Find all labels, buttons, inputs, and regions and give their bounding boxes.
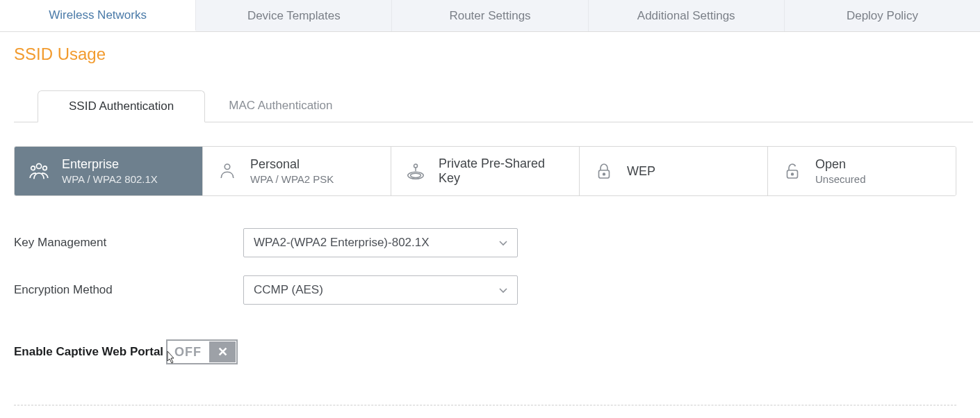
auth-card-sub: WPA / WPA2 802.1X xyxy=(62,173,158,185)
auth-card-wep[interactable]: WEP xyxy=(580,147,768,195)
svg-point-10 xyxy=(792,173,794,175)
tab-router-settings[interactable]: Router Settings xyxy=(392,0,588,31)
auth-settings-form: Key Management WPA2-(WPA2 Enterprise)-80… xyxy=(14,196,956,405)
auth-method-row: Enterprise WPA / WPA2 802.1X Personal WP… xyxy=(14,146,956,196)
people-icon xyxy=(27,159,51,183)
person-icon xyxy=(215,159,239,183)
auth-card-title: WEP xyxy=(627,164,655,179)
key-management-select[interactable]: WPA2-(WPA2 Enterprise)-802.1X xyxy=(243,228,518,257)
key-management-label: Key Management xyxy=(14,236,243,250)
toggle-knob: ✕ xyxy=(209,341,236,362)
unlock-icon xyxy=(781,159,804,183)
auth-card-title: Open xyxy=(815,157,866,172)
auth-card-ppsk[interactable]: Private Pre-Shared Key xyxy=(391,147,580,195)
tab-label: Additional Settings xyxy=(637,9,735,23)
captive-portal-toggle[interactable]: OFF ✕ xyxy=(166,339,238,364)
tab-label: Device Templates xyxy=(247,9,341,23)
svg-point-2 xyxy=(43,166,47,170)
tab-device-templates[interactable]: Device Templates xyxy=(196,0,392,31)
svg-point-5 xyxy=(411,173,421,177)
auth-card-personal[interactable]: Personal WPA / WPA2 PSK xyxy=(203,147,391,195)
top-nav: Wireless Networks Device Templates Route… xyxy=(0,0,980,32)
subtab-ssid-authentication[interactable]: SSID Authentication xyxy=(38,90,205,122)
auth-card-sub: WPA / WPA2 PSK xyxy=(250,173,334,185)
auth-card-title: Private Pre-Shared Key xyxy=(439,156,566,186)
svg-point-8 xyxy=(603,173,605,175)
section-title: SSID Usage xyxy=(14,45,980,64)
sub-tabs: SSID Authentication MAC Authentication xyxy=(14,90,973,122)
tab-additional-settings[interactable]: Additional Settings xyxy=(589,0,785,31)
svg-point-3 xyxy=(224,164,230,170)
auth-card-sub: Unsecured xyxy=(815,173,866,185)
captive-portal-label: Enable Captive Web Portal xyxy=(14,345,163,359)
select-value: WPA2-(WPA2 Enterprise)-802.1X xyxy=(254,236,430,250)
tab-label: Wireless Networks xyxy=(49,8,147,22)
subtab-label: SSID Authentication xyxy=(69,99,174,113)
auth-card-enterprise[interactable]: Enterprise WPA / WPA2 802.1X xyxy=(15,147,203,195)
subtab-label: MAC Authentication xyxy=(229,99,332,112)
chevron-down-icon xyxy=(499,283,507,297)
encryption-method-label: Encryption Method xyxy=(14,283,243,297)
auth-card-title: Enterprise xyxy=(62,157,158,172)
tab-label: Deploy Policy xyxy=(847,9,918,23)
subtab-mac-authentication[interactable]: MAC Authentication xyxy=(205,90,356,122)
select-value: CCMP (AES) xyxy=(254,283,323,297)
toggle-state-text: OFF xyxy=(168,345,209,360)
svg-point-0 xyxy=(36,163,41,168)
svg-point-4 xyxy=(414,164,418,168)
lock-icon xyxy=(592,159,616,183)
encryption-method-select[interactable]: CCMP (AES) xyxy=(243,275,518,305)
section-divider xyxy=(14,405,956,405)
tab-label: Router Settings xyxy=(449,9,530,23)
chevron-down-icon xyxy=(499,236,507,250)
auth-card-title: Personal xyxy=(250,157,334,172)
close-icon: ✕ xyxy=(218,344,228,360)
tab-deploy-policy[interactable]: Deploy Policy xyxy=(785,0,980,31)
svg-point-1 xyxy=(31,166,35,170)
key-person-icon xyxy=(404,159,427,183)
tab-wireless-networks[interactable]: Wireless Networks xyxy=(0,0,196,31)
auth-card-open[interactable]: Open Unsecured xyxy=(768,147,956,195)
